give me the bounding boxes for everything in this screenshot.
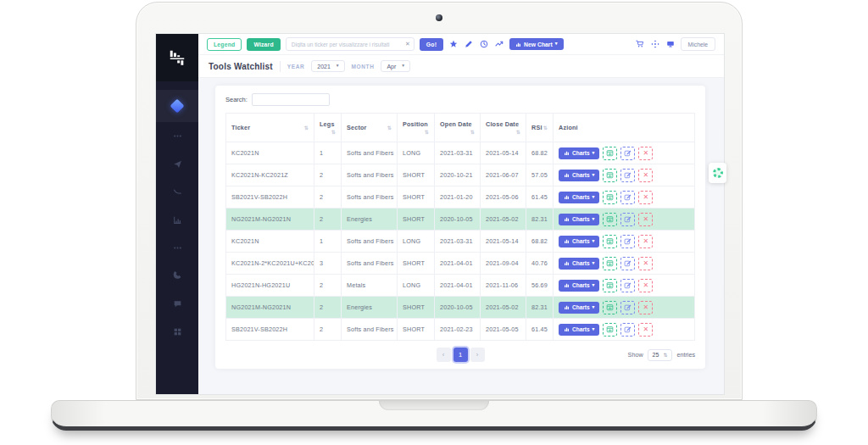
edit-button[interactable] bbox=[620, 169, 635, 182]
compare-button[interactable] bbox=[494, 40, 504, 48]
column-header-open-date[interactable]: Open Date⇅ bbox=[435, 114, 481, 142]
year-select[interactable]: 2021 ▾ bbox=[311, 60, 344, 72]
edit-button[interactable] bbox=[620, 213, 635, 226]
cart-button[interactable] bbox=[635, 40, 645, 48]
column-header-legs[interactable]: Legs⇅ bbox=[314, 114, 342, 142]
charts-button[interactable]: Charts ▾ bbox=[559, 280, 599, 292]
delete-button[interactable]: ✕ bbox=[638, 147, 653, 160]
sidebar-item-watchlist[interactable] bbox=[156, 90, 198, 122]
legend-button[interactable]: Legend bbox=[207, 38, 242, 51]
charts-button[interactable]: Charts ▾ bbox=[559, 147, 599, 159]
column-header-rsi[interactable]: RSI⇅ bbox=[526, 114, 554, 142]
sort-icon[interactable]: ⇅ bbox=[543, 125, 548, 131]
chart-calendar-button[interactable] bbox=[603, 147, 617, 160]
delete-button[interactable]: ✕ bbox=[638, 279, 653, 292]
new-chart-button[interactable]: New Chart ▾ bbox=[509, 38, 563, 50]
charts-button[interactable]: Charts ▾ bbox=[559, 302, 599, 314]
charts-button[interactable]: Charts ▾ bbox=[559, 192, 599, 203]
user-menu-button[interactable]: Michele bbox=[681, 37, 715, 51]
cell-actions: Charts ▾ ✕ bbox=[554, 164, 695, 186]
table-row[interactable]: SB2021V-SB2022H 2 Softs and Fibers SHORT… bbox=[226, 186, 695, 209]
sort-icon[interactable]: ⇅ bbox=[470, 129, 475, 135]
sidebar-item-7[interactable] bbox=[156, 262, 198, 290]
edit-button[interactable] bbox=[620, 235, 635, 248]
delete-button[interactable]: ✕ bbox=[638, 191, 653, 204]
charts-button[interactable]: Charts ▾ bbox=[559, 258, 599, 270]
cell-rsi: 40.76 bbox=[526, 253, 554, 275]
app-logo[interactable] bbox=[156, 34, 198, 81]
sort-icon[interactable]: ⇅ bbox=[387, 125, 392, 131]
spread-chart-icon bbox=[173, 187, 182, 197]
sidebar-item-3[interactable] bbox=[156, 150, 198, 178]
sort-icon[interactable]: ⇅ bbox=[331, 129, 336, 135]
page-1-button[interactable]: 1 bbox=[453, 348, 468, 362]
edit-button[interactable] bbox=[620, 323, 635, 337]
history-button[interactable] bbox=[479, 40, 489, 48]
chart-calendar-button[interactable] bbox=[603, 191, 617, 204]
table-row[interactable]: KC2021N-2*KC2021U+KC2021Z 3 Softs and Fi… bbox=[226, 253, 695, 275]
table-row[interactable]: KC2021N 1 Softs and Fibers LONG 2021-03-… bbox=[226, 142, 695, 164]
sidebar-item-6[interactable] bbox=[156, 234, 198, 262]
cell-ticker: KC2021N-2*KC2021U+KC2021Z bbox=[226, 253, 314, 275]
delete-button[interactable]: ✕ bbox=[638, 169, 653, 182]
edit-button[interactable] bbox=[620, 191, 635, 204]
column-header-azioni[interactable]: Azioni bbox=[554, 114, 695, 142]
table-row[interactable]: SB2021V-SB2022H 2 Softs and Fibers SHORT… bbox=[226, 319, 695, 341]
go-button[interactable]: Go! bbox=[420, 38, 443, 51]
chart-calendar-button[interactable] bbox=[603, 301, 617, 314]
table-row[interactable]: NG2021M-NG2021N 2 Energies SHORT 2020-10… bbox=[226, 297, 695, 319]
edit-button[interactable] bbox=[620, 301, 635, 314]
edit-tool-button[interactable] bbox=[464, 40, 474, 48]
sidebar-item-9[interactable] bbox=[156, 318, 198, 346]
delete-button[interactable]: ✕ bbox=[638, 301, 653, 314]
fullscreen-button[interactable] bbox=[650, 40, 660, 48]
chart-calendar-button[interactable] bbox=[603, 323, 617, 337]
sort-icon[interactable]: ⇅ bbox=[304, 125, 309, 131]
delete-button[interactable]: ✕ bbox=[638, 323, 653, 337]
charts-button[interactable]: Charts ▾ bbox=[559, 170, 599, 181]
charts-button[interactable]: Charts ▾ bbox=[559, 236, 599, 248]
sidebar-item-5[interactable] bbox=[156, 206, 198, 234]
chart-calendar-button[interactable] bbox=[603, 257, 617, 270]
table-row[interactable]: KC2021N-KC2021Z 2 Softs and Fibers SHORT… bbox=[226, 164, 695, 186]
month-select[interactable]: Apr ▾ bbox=[381, 60, 410, 72]
next-page-button[interactable]: › bbox=[470, 348, 485, 362]
table-row[interactable]: HG2021N-HG2021U 2 Metals LONG 2021-04-01… bbox=[226, 275, 695, 297]
table-row[interactable]: KC2021N 1 Softs and Fibers LONG 2021-03-… bbox=[226, 231, 695, 253]
sidebar-item-4[interactable] bbox=[156, 178, 198, 206]
charts-button[interactable]: Charts ▾ bbox=[559, 324, 599, 336]
sort-icon[interactable]: ⇅ bbox=[516, 129, 520, 135]
entries-select[interactable]: 25 ⇅ bbox=[648, 349, 673, 361]
wizard-button[interactable]: Wizard bbox=[247, 38, 280, 51]
edit-button[interactable] bbox=[620, 279, 635, 292]
ticker-search-input[interactable] bbox=[286, 37, 415, 51]
edit-button[interactable] bbox=[620, 257, 635, 270]
delete-button[interactable]: ✕ bbox=[638, 257, 653, 270]
sort-icon[interactable]: ⇅ bbox=[425, 129, 429, 135]
delete-button[interactable]: ✕ bbox=[638, 235, 653, 248]
charts-button[interactable]: Charts ▾ bbox=[559, 214, 599, 225]
edit-button[interactable] bbox=[620, 147, 635, 160]
prev-page-button[interactable]: ‹ bbox=[437, 348, 451, 362]
table-search-input[interactable] bbox=[252, 93, 330, 106]
help-fab-button[interactable] bbox=[709, 163, 726, 183]
chevron-down-icon: ▾ bbox=[593, 173, 595, 178]
column-header-position[interactable]: Position⇅ bbox=[398, 114, 435, 142]
clear-search-icon[interactable]: ✕ bbox=[405, 41, 410, 47]
chart-calendar-button[interactable] bbox=[603, 169, 617, 182]
delete-button[interactable]: ✕ bbox=[638, 213, 653, 226]
column-header-ticker[interactable]: Ticker⇅ bbox=[226, 114, 314, 142]
column-header-close-date[interactable]: Close Date⇅ bbox=[481, 114, 526, 142]
sidebar-item-2[interactable] bbox=[156, 122, 198, 150]
chart-calendar-button[interactable] bbox=[603, 213, 617, 226]
presentation-button[interactable] bbox=[665, 40, 676, 48]
edit-icon bbox=[624, 259, 632, 267]
table-row[interactable]: NG2021M-NG2021N 2 Energies SHORT 2020-10… bbox=[226, 209, 695, 231]
sidebar bbox=[156, 34, 198, 394]
favorites-button[interactable] bbox=[448, 40, 459, 48]
chart-calendar-button[interactable] bbox=[603, 235, 617, 248]
sidebar-item-8[interactable] bbox=[156, 290, 198, 318]
column-header-sector[interactable]: Sector⇅ bbox=[342, 114, 398, 142]
chart-calendar-button[interactable] bbox=[603, 279, 617, 292]
cell-close-date: 2021-05-05 bbox=[481, 319, 526, 341]
